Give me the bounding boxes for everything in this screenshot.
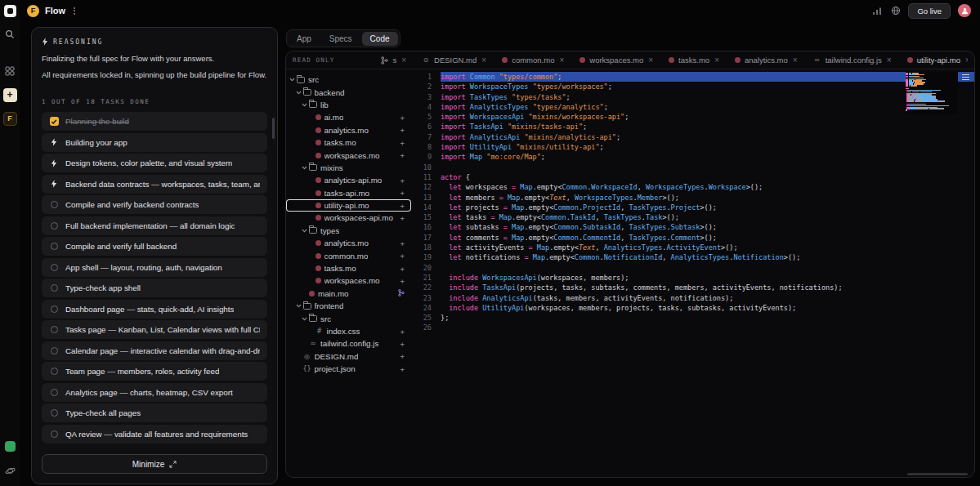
tree-file-tasks.mo[interactable]: tasks.mo+: [286, 136, 411, 149]
tree-folder-types[interactable]: types: [286, 225, 411, 237]
code-editor[interactable]: 1import Common "types/common";2import Wo…: [414, 69, 974, 477]
tree-folder-src[interactable]: src: [286, 312, 411, 324]
tree-folder-backend[interactable]: backend: [286, 86, 411, 98]
added-icon: +: [397, 126, 405, 134]
tree-file-tailwind.config.js[interactable]: ≈tailwind.config.js+: [286, 337, 411, 350]
deploy-status-button[interactable]: [2, 439, 17, 453]
workspace-logo-button[interactable]: [2, 3, 17, 18]
tree-file-ai.mo[interactable]: ai.mo+: [286, 111, 411, 123]
new-app-button[interactable]: +: [2, 87, 17, 102]
line-number: 26: [414, 323, 441, 332]
tree-file-project.json[interactable]: {}project.json+: [286, 363, 411, 375]
line-number: 18: [414, 243, 441, 252]
line-number: 3: [414, 92, 441, 102]
file-tab-s[interactable]: s×: [374, 56, 414, 65]
tree-file-tasks.mo[interactable]: tasks.mo+: [286, 262, 411, 274]
chevron-down-icon[interactable]: [302, 166, 309, 170]
task-item: Compile and verify backend contracts: [42, 195, 267, 214]
code-line: 17 let comments = Map.empty<Common.Comme…: [414, 233, 974, 243]
file-tab-utility-api.mo[interactable]: utility-api.mo×: [900, 56, 968, 65]
code-line: 10: [414, 163, 974, 172]
chevron-down-icon[interactable]: [296, 304, 303, 308]
code-line: 26: [414, 323, 974, 332]
tab-code[interactable]: Code: [362, 32, 398, 46]
tree-file-main.mo[interactable]: main.mo: [286, 288, 411, 300]
close-icon[interactable]: ×: [401, 56, 407, 65]
close-icon[interactable]: ×: [481, 56, 487, 65]
close-icon[interactable]: ×: [647, 56, 654, 65]
settings-button[interactable]: [2, 463, 17, 478]
close-icon[interactable]: ×: [964, 56, 968, 65]
tree-file-workspaces.mo[interactable]: workspaces.mo+: [286, 274, 411, 287]
tree-file-DESIGN.md[interactable]: ◎DESIGN.md+: [286, 350, 411, 363]
line-number: 9: [414, 152, 441, 162]
tree-file-common.mo[interactable]: common.mo+: [286, 249, 411, 261]
tree-file-tasks-api.mo[interactable]: tasks-api.mo+: [286, 187, 411, 199]
tree-file-utility-api.mo[interactable]: utility-api.mo+: [286, 199, 411, 212]
code-line: 8import UtilityApi "mixins/utility-api";: [414, 142, 974, 152]
motoko-file-icon: [309, 291, 315, 297]
added-icon: +: [397, 365, 405, 373]
task-label: Full backend implementation — all domain…: [65, 221, 235, 230]
language-button[interactable]: [889, 4, 902, 17]
code-line: 5import WorkspacesApi "mixins/workspaces…: [414, 112, 974, 122]
editor-menu-icon[interactable]: [961, 74, 970, 81]
markdown-file-icon: ⊙: [422, 56, 430, 64]
tab-specs[interactable]: Specs: [321, 32, 360, 46]
task-item: Design tokens, color palette, and visual…: [42, 154, 267, 172]
tree-folder-mixins[interactable]: mixins: [286, 162, 411, 174]
chevron-down-icon[interactable]: [302, 229, 309, 233]
task-label: Compile and verify full backend: [65, 242, 177, 251]
go-live-button[interactable]: Go live: [908, 3, 951, 19]
tree-folder-frontend[interactable]: frontend: [286, 300, 411, 312]
tree-file-analytics.mo[interactable]: analytics.mo+: [286, 124, 411, 136]
close-icon[interactable]: ×: [792, 56, 799, 65]
tree-file-workspaces.mo[interactable]: workspaces.mo+: [286, 149, 411, 161]
file-tab-analytics.mo[interactable]: analytics.mo×: [727, 56, 806, 65]
motoko-file-icon: [315, 240, 321, 246]
chevron-down-icon[interactable]: [302, 103, 309, 107]
minimize-button[interactable]: Minimize: [42, 454, 267, 474]
tree-file-analytics.mo[interactable]: analytics.mo+: [286, 237, 411, 249]
close-icon[interactable]: ×: [886, 56, 893, 65]
green-status-icon: [5, 441, 16, 452]
task-label: Type-check app shell: [65, 283, 141, 292]
tree-folder-lib[interactable]: lib: [286, 99, 411, 111]
search-button[interactable]: [2, 27, 17, 42]
file-tab-common.mo[interactable]: common.mo×: [494, 56, 572, 65]
task-item: Team page — members, roles, activity fee…: [42, 362, 267, 381]
code-line: 21 include WorkspacesApi(workspaces, mem…: [414, 273, 974, 283]
tree-file-index.css[interactable]: #index.css+: [286, 325, 411, 337]
motoko-file-icon: [907, 57, 913, 63]
code-line: 25};: [414, 313, 974, 323]
minimize-icon: [169, 461, 177, 468]
chevron-down-icon[interactable]: [296, 91, 303, 95]
file-tab-workspaces.mo[interactable]: workspaces.mo×: [572, 56, 661, 65]
task-label: Dashboard page — stats, quick-add, AI in…: [65, 305, 234, 314]
tab-app[interactable]: App: [289, 32, 320, 46]
line-number: 20: [414, 263, 441, 273]
current-app-button[interactable]: F: [2, 111, 17, 126]
app-menu-button[interactable]: [71, 5, 78, 17]
tree-folder-src[interactable]: src: [286, 74, 411, 86]
added-icon: +: [397, 352, 405, 360]
close-icon[interactable]: ×: [558, 56, 565, 65]
file-tab-tailwind.config.js[interactable]: ≈tailwind.config.js×: [806, 56, 900, 65]
tree-file-analytics-api.mo[interactable]: analytics-api.mo+: [286, 174, 411, 186]
line-number: 23: [414, 293, 441, 303]
user-avatar[interactable]: [956, 2, 973, 19]
chevron-down-icon[interactable]: [289, 78, 297, 82]
added-icon: +: [397, 239, 405, 247]
line-number: 13: [414, 193, 441, 203]
apps-grid-button[interactable]: [2, 64, 17, 78]
bolt-icon: [42, 38, 48, 46]
close-icon[interactable]: ×: [714, 56, 720, 65]
scrollbar-thumb[interactable]: [272, 118, 275, 139]
chevron-down-icon[interactable]: [302, 317, 309, 321]
stats-button[interactable]: [870, 5, 884, 17]
file-tab-tasks.mo[interactable]: tasks.mo×: [661, 56, 727, 65]
minimap[interactable]: [906, 72, 958, 114]
horizontal-scrollbar[interactable]: [907, 473, 968, 475]
file-tab-DESIGN.md[interactable]: ⊙DESIGN.md×: [414, 56, 494, 65]
tree-file-workspaces-api.mo[interactable]: workspaces-api.mo+: [286, 212, 411, 224]
